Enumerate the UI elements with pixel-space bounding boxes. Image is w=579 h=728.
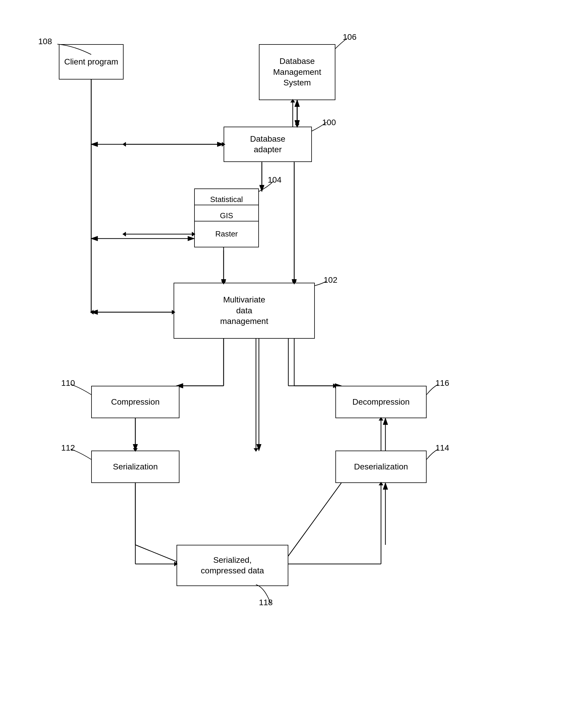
db-adapter-label: Databaseadapter xyxy=(250,134,285,155)
multivariate-label: Multivariatedatamanagement xyxy=(220,294,268,327)
deserialization-box: Deserialization xyxy=(335,450,426,483)
ref-102: 102 xyxy=(324,275,337,285)
dbms-box: DatabaseManagementSystem xyxy=(259,44,335,100)
serialized-data-label: Serialized,compressed data xyxy=(201,555,264,576)
ref-112: 112 xyxy=(61,443,75,453)
serialized-data-box: Serialized,compressed data xyxy=(176,545,288,586)
serialization-box: Serialization xyxy=(91,450,180,483)
ref-118: 118 xyxy=(259,598,273,607)
gis-label: GIS xyxy=(220,211,233,221)
ref-106: 106 xyxy=(343,32,357,42)
svg-marker-44 xyxy=(90,310,93,314)
ref-110: 110 xyxy=(61,379,75,388)
raster-label: Raster xyxy=(215,229,238,239)
svg-marker-31 xyxy=(122,142,126,147)
svg-marker-36 xyxy=(122,232,126,236)
svg-marker-49 xyxy=(254,448,258,452)
arrows-svg xyxy=(0,0,579,728)
svg-line-18 xyxy=(282,483,341,564)
svg-line-17 xyxy=(135,545,183,564)
raster-box: Raster xyxy=(194,221,259,248)
deserialization-label: Deserialization xyxy=(354,462,408,472)
multivariate-box: Multivariatedatamanagement xyxy=(173,283,315,339)
client-program-label: Client program xyxy=(64,56,118,67)
decompression-label: Decompression xyxy=(353,397,410,407)
ref-116: 116 xyxy=(435,379,449,388)
statistical-label: Statistical xyxy=(210,195,243,205)
db-adapter-box: Databaseadapter xyxy=(224,127,312,162)
svg-marker-33 xyxy=(259,186,264,190)
compression-box: Compression xyxy=(91,386,180,418)
client-program-box: Client program xyxy=(59,44,123,79)
ref-104: 104 xyxy=(268,175,281,185)
diagram: Client program DatabaseManagementSystem … xyxy=(0,0,579,728)
decompression-box: Decompression xyxy=(335,386,426,418)
callout-lines xyxy=(0,0,579,728)
ref-100: 100 xyxy=(322,118,336,127)
compression-label: Compression xyxy=(111,397,160,407)
serialization-label: Serialization xyxy=(113,462,158,472)
ref-114: 114 xyxy=(435,443,449,453)
dbms-label: DatabaseManagementSystem xyxy=(273,56,321,88)
ref-108: 108 xyxy=(38,37,52,46)
